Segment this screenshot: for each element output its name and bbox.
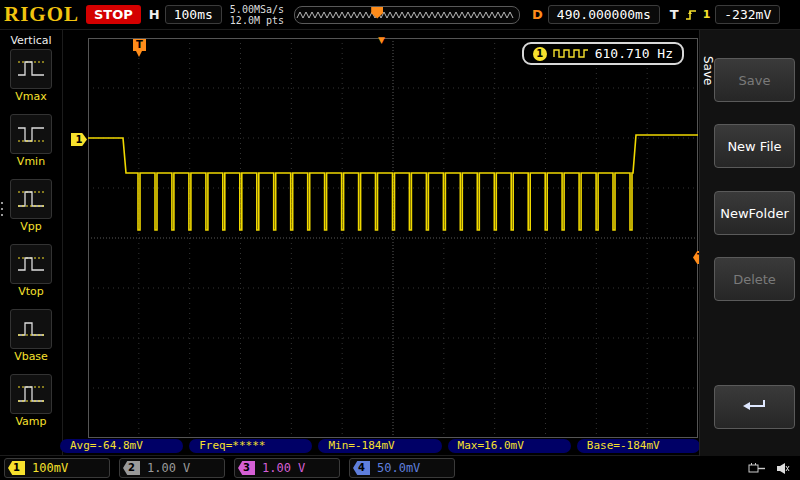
channel1-level-marker[interactable]: 1: [71, 133, 87, 146]
menu-item-vmax[interactable]: Vmax: [0, 49, 62, 103]
return-arrow-icon: [742, 398, 768, 416]
menu-item-vpp[interactable]: Vpp: [0, 179, 62, 233]
menu-item-vtop[interactable]: Vtop: [0, 244, 62, 298]
trigger-level-readout[interactable]: -232mV: [715, 5, 780, 24]
channel4-badge: 4: [353, 461, 370, 475]
vamp-icon: [10, 374, 52, 414]
measurement-max: Max=16.0mV: [448, 439, 571, 453]
menu-item-vmin[interactable]: Vmin: [0, 114, 62, 168]
freq-counter-channel-badge: 1: [533, 47, 547, 61]
channel4-status[interactable]: 4 50.0mV: [349, 458, 455, 478]
h-label: H: [149, 7, 160, 22]
delay-readout[interactable]: 490.000000ms: [548, 5, 660, 24]
acquisition-info: 5.00MSa/s 12.0M pts: [230, 4, 284, 26]
t-label: T: [670, 7, 679, 22]
menu-item-label: Vamp: [15, 415, 46, 428]
trigger-position-marker[interactable]: T: [133, 39, 146, 51]
channel3-badge: 3: [238, 461, 255, 475]
speaker-icon[interactable]: [776, 462, 790, 475]
frequency-counter: 1 610.710 Hz: [522, 42, 684, 65]
measurement-results-bar: Avg=-64.8mV Freq=***** Min=-184mV Max=16…: [60, 439, 700, 453]
left-menu-title: Vertical: [0, 30, 62, 49]
save-button[interactable]: Save: [714, 58, 795, 102]
save-menu-panel: Save Save New File NewFolder Delete: [699, 30, 800, 456]
vbase-icon: [10, 309, 52, 349]
menu-tab-save: Save: [701, 56, 715, 85]
measurement-base: Base=-184mV: [577, 439, 700, 453]
channel1-scale: 100mV: [32, 461, 68, 475]
measurement-avg: Avg=-64.8mV: [60, 439, 183, 453]
return-button[interactable]: [714, 385, 795, 429]
channel3-scale: 1.00 V: [262, 461, 305, 475]
sample-rate: 5.00MSa/s: [230, 4, 284, 15]
menu-scroll-dots: [1, 198, 4, 220]
new-file-button[interactable]: New File: [714, 124, 795, 168]
new-folder-button[interactable]: NewFolder: [714, 191, 795, 235]
menu-item-label: Vpp: [20, 220, 42, 233]
channel2-scale: 1.00 V: [147, 461, 190, 475]
d-label: D: [532, 7, 543, 22]
delay-group: D 490.000000ms: [532, 5, 660, 24]
measurement-freq: Freq=*****: [189, 439, 312, 453]
scope-display: 1 T ▼ T 1 610.710 Hz: [88, 38, 698, 438]
menu-item-vamp[interactable]: Vamp: [0, 374, 62, 428]
channel2-badge: 2: [123, 461, 140, 475]
menu-item-vbase[interactable]: Vbase: [0, 309, 62, 363]
rigol-logo: RIGOL: [4, 2, 82, 27]
menu-item-label: Vmax: [15, 90, 47, 103]
delete-button[interactable]: Delete: [714, 257, 795, 301]
measurement-min: Min=-184mV: [318, 439, 441, 453]
freq-counter-value: 610.710 Hz: [595, 46, 673, 61]
menu-item-label: Vtop: [18, 285, 44, 298]
memory-waveform-icon: [295, 7, 517, 23]
vmax-icon: [10, 49, 52, 89]
memory-depth: 12.0M pts: [230, 15, 284, 26]
vtop-icon: [10, 244, 52, 284]
channel1-status[interactable]: 1 100mV: [4, 458, 110, 478]
menu-item-label: Vbase: [14, 350, 48, 363]
usb-icon: [748, 462, 766, 475]
pulse-train-icon: [553, 48, 589, 59]
channel4-scale: 50.0mV: [377, 461, 420, 475]
vpp-icon: [10, 179, 52, 219]
rising-edge-icon: [684, 8, 698, 21]
menu-item-label: Vmin: [17, 155, 45, 168]
vmin-icon: [10, 114, 52, 154]
horizontal-group: H 100ms: [149, 5, 222, 24]
channel2-status[interactable]: 2 1.00 V: [119, 458, 225, 478]
trigger-source-channel: 1: [703, 8, 711, 21]
vertical-measure-menu: Vertical Vmax Vmin Vpp Vtop Vbase Vamp: [0, 30, 63, 456]
channel-status-bar: 1 100mV 2 1.00 V 3 1.00 V 4 50.0mV: [0, 455, 800, 480]
timebase-readout[interactable]: 100ms: [165, 5, 222, 24]
trigger-group: T 1 -232mV: [670, 5, 781, 24]
waveform-memory-bar[interactable]: [294, 6, 520, 24]
channel1-badge: 1: [8, 461, 25, 475]
graticule-and-waveform: [88, 38, 698, 438]
run-state-badge: STOP: [86, 5, 141, 24]
top-status-bar: RIGOL STOP H 100ms 5.00MSa/s 12.0M pts D…: [0, 0, 800, 30]
horizontal-center-marker: ▼: [378, 35, 385, 45]
io-status-icons: [748, 462, 790, 475]
channel3-status[interactable]: 3 1.00 V: [234, 458, 340, 478]
